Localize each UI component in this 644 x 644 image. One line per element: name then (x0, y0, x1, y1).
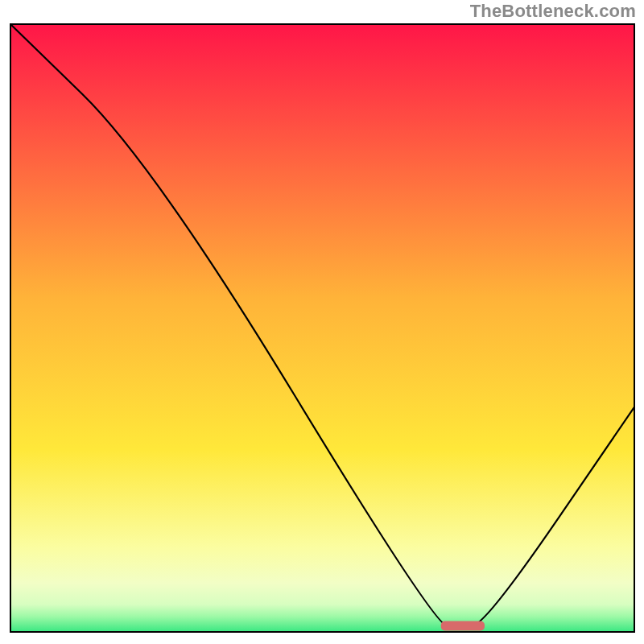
bottleneck-chart (0, 0, 644, 644)
optimal-marker (441, 621, 485, 630)
gradient-background (10, 24, 634, 632)
chart-container: TheBottleneck.com (0, 0, 644, 644)
plot-area (10, 24, 634, 632)
